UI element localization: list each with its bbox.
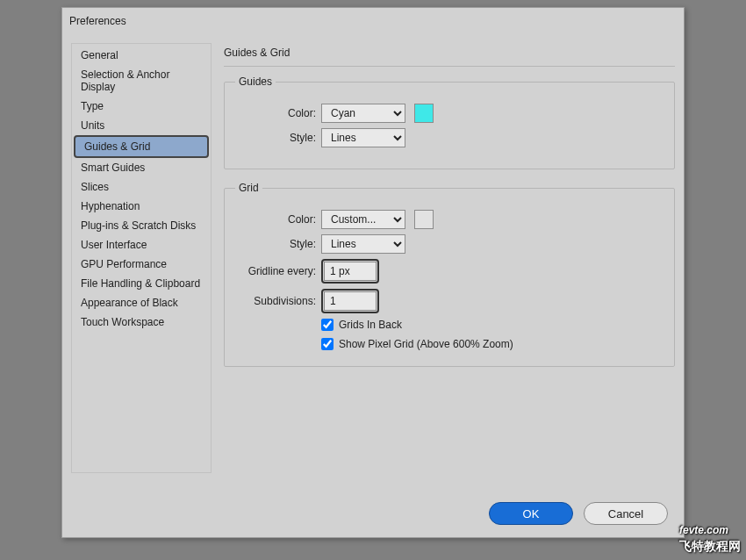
dialog-title: Preferences xyxy=(62,8,684,34)
sidebar-item-hyphenation[interactable]: Hyphenation xyxy=(72,197,211,216)
dialog-content: General Selection & Anchor Display Type … xyxy=(62,34,684,473)
main-panel: Guides & Grid Guides Color: Cyan Style: … xyxy=(212,43,675,473)
guides-color-row: Color: Cyan xyxy=(235,104,664,123)
preferences-dialog: Preferences General Selection & Anchor D… xyxy=(61,7,685,538)
gridline-every-highlight xyxy=(321,259,379,284)
guides-color-swatch[interactable] xyxy=(414,104,434,123)
show-pixel-grid-label: Show Pixel Grid (Above 600% Zoom) xyxy=(339,338,513,350)
grid-style-select[interactable]: Lines xyxy=(321,234,405,254)
grids-in-back-row: Grids In Back xyxy=(321,319,664,331)
guides-style-label: Style: xyxy=(235,132,316,144)
watermark: fevte.com 飞特教程网 xyxy=(679,516,741,555)
grid-style-label: Style: xyxy=(235,238,316,250)
sidebar-item-selection-anchor[interactable]: Selection & Anchor Display xyxy=(72,65,211,97)
sidebar-item-file-handling-clipboard[interactable]: File Handling & Clipboard xyxy=(72,274,211,293)
category-sidebar: General Selection & Anchor Display Type … xyxy=(71,43,212,473)
guides-color-select[interactable]: Cyan xyxy=(321,104,405,123)
cancel-button[interactable]: Cancel xyxy=(584,502,668,525)
watermark-top: fevte.com xyxy=(679,524,728,536)
sidebar-item-touch-workspace[interactable]: Touch Workspace xyxy=(72,312,211,332)
grids-in-back-checkbox[interactable] xyxy=(321,319,334,331)
grid-color-label: Color: xyxy=(235,213,316,226)
sidebar-item-gpu-performance[interactable]: GPU Performance xyxy=(72,255,211,274)
grid-legend: Grid xyxy=(235,182,262,194)
sidebar-item-type[interactable]: Type xyxy=(72,97,211,116)
panel-title: Guides & Grid xyxy=(224,43,675,67)
watermark-bottom: 飞特教程网 xyxy=(679,539,741,555)
sidebar-item-appearance-black[interactable]: Appearance of Black xyxy=(72,293,211,312)
sidebar-item-smart-guides[interactable]: Smart Guides xyxy=(72,158,211,177)
guides-style-row: Style: Lines xyxy=(235,128,664,147)
sidebar-item-units[interactable]: Units xyxy=(72,116,211,135)
grid-style-row: Style: Lines xyxy=(235,234,664,254)
sidebar-item-plugins-scratch[interactable]: Plug-ins & Scratch Disks xyxy=(72,216,211,235)
sidebar-item-general[interactable]: General xyxy=(72,46,211,65)
sidebar-item-user-interface[interactable]: User Interface xyxy=(72,235,211,255)
grid-fieldset: Grid Color: Custom... Style: Lines Gridl… xyxy=(224,182,675,367)
ok-button[interactable]: OK xyxy=(489,502,573,525)
gridline-every-input[interactable] xyxy=(324,262,377,281)
guides-color-label: Color: xyxy=(235,107,316,119)
grid-color-row: Color: Custom... xyxy=(235,210,664,229)
grids-in-back-label: Grids In Back xyxy=(339,319,402,331)
gridline-every-label: Gridline every: xyxy=(235,265,316,277)
subdivisions-input[interactable] xyxy=(324,291,377,311)
grid-color-select[interactable]: Custom... xyxy=(321,210,405,229)
grid-color-swatch[interactable] xyxy=(414,210,434,229)
show-pixel-grid-checkbox[interactable] xyxy=(321,338,334,350)
subdivisions-label: Subdivisions: xyxy=(235,295,316,307)
subdivisions-row: Subdivisions: xyxy=(235,289,664,313)
gridline-every-row: Gridline every: xyxy=(235,259,664,284)
sidebar-item-guides-grid[interactable]: Guides & Grid xyxy=(74,135,209,158)
guides-legend: Guides xyxy=(235,75,276,88)
subdivisions-highlight xyxy=(321,289,379,313)
guides-style-select[interactable]: Lines xyxy=(321,128,405,147)
dialog-footer: OK Cancel xyxy=(489,502,668,525)
guides-fieldset: Guides Color: Cyan Style: Lines xyxy=(224,75,675,169)
show-pixel-grid-row: Show Pixel Grid (Above 600% Zoom) xyxy=(321,338,664,350)
sidebar-item-slices[interactable]: Slices xyxy=(72,177,211,197)
